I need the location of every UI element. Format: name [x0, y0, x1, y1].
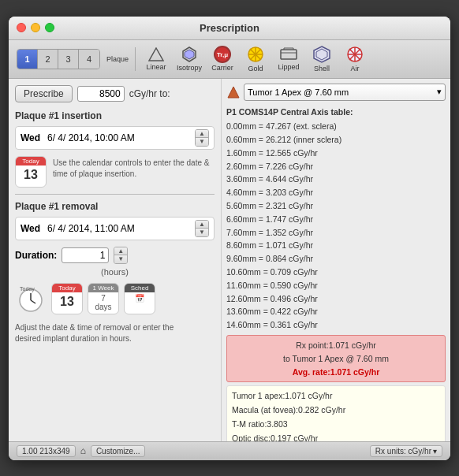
divider: [15, 194, 215, 195]
hours-label: (hours): [15, 267, 215, 277]
svg-marker-2: [185, 50, 194, 59]
home-icon[interactable]: ⌂: [80, 445, 86, 456]
duration-stepper-down[interactable]: ▼: [114, 255, 127, 263]
traffic-lights: [17, 23, 54, 32]
to-target: to Tumor 1 Apex @ 7.60 mm: [232, 352, 440, 366]
tab-3[interactable]: 3: [58, 50, 79, 69]
air-icon-btn[interactable]: Air: [341, 45, 369, 73]
dose-target-label: Tumor 1 Apex @ 7.60 mm: [248, 87, 349, 97]
minimize-button[interactable]: [31, 23, 40, 32]
schedule-icon-header: Sched: [125, 284, 155, 292]
row-0: 0.00mm = 47.267 (ext. sclera): [226, 120, 446, 133]
duration-input[interactable]: [62, 247, 109, 263]
cone-icon: [226, 85, 241, 99]
lipped-label: Lipped: [278, 63, 300, 71]
isotropy-label: Isotropy: [177, 64, 202, 72]
row-11: 10.60mm = 0.709 cGy/hr: [226, 266, 446, 279]
schedule-icon[interactable]: Sched 📅: [124, 283, 155, 314]
row-1: 0.60mm = 26.212 (inner sclera): [226, 133, 446, 147]
removal-info: Adjust the date & time of removal or ent…: [15, 322, 215, 344]
row-12: 11.60mm = 0.590 cGy/hr: [226, 279, 446, 292]
rx-units-arrow: ▾: [433, 447, 437, 456]
linear-label: Linear: [147, 63, 166, 71]
removal-cal-header: Today: [52, 284, 82, 292]
insertion-stepper-down[interactable]: ▼: [196, 138, 208, 146]
insertion-stepper[interactable]: ▲ ▼: [195, 129, 209, 147]
removal-cal-day: 13: [60, 292, 74, 311]
tab-1[interactable]: 1: [17, 50, 38, 69]
row-2: 1.60mm = 12.565 cGy/hr: [226, 147, 446, 160]
row-4: 3.60mm = 4.644 cGy/hr: [226, 173, 446, 186]
dropdown-arrow: ▾: [437, 87, 442, 97]
insertion-cal-header: Today: [16, 157, 46, 165]
window-title: Prescription: [200, 22, 259, 34]
tab-2[interactable]: 2: [38, 50, 58, 69]
removal-datetime-row: Wed 6/ 4/ 2014, 11:00 AM ▲ ▼: [15, 217, 215, 240]
dose-unit-label: cGy/hr to:: [129, 88, 170, 99]
avg-rate: Avg. rate:1.071 cGy/hr: [232, 366, 440, 379]
row-15: 14.60mm = 0.361 cGy/hr: [226, 318, 446, 332]
gold-icon-btn[interactable]: Gold: [241, 45, 270, 73]
prescribe-button[interactable]: Prescribe: [15, 85, 73, 102]
isotropy-icon-btn[interactable]: Isotropy: [175, 45, 203, 73]
row-5: 4.60mm = 3.203 cGy/hr: [226, 186, 446, 199]
insertion-cal-info: Use the calendar controls to enter the d…: [53, 158, 209, 180]
lipped-icon-btn[interactable]: Lipped: [274, 45, 303, 73]
insertion-calendar-icon[interactable]: Today 13: [15, 156, 47, 188]
carrier-icon-btn[interactable]: Tr,μ Carrier: [208, 45, 237, 73]
removal-title: Plaque #1 removal: [15, 201, 215, 212]
toolbar: 1 2 3 4 Plaque Linear Isotropy: [9, 40, 450, 79]
shell-icon-btn[interactable]: Shell: [308, 45, 336, 73]
main-window: Prescription 1 2 3 4 Plaque Linear Isotr: [9, 17, 450, 460]
right-panel: Tumor 1 Apex @ 7.60 mm ▾ P1 COMS14P Cent…: [222, 79, 450, 441]
duration-label: Duration:: [15, 250, 57, 261]
dose-dropdown[interactable]: Tumor 1 Apex @ 7.60 mm ▾: [244, 84, 446, 101]
linear-icon-btn[interactable]: Linear: [142, 45, 170, 73]
customize-button[interactable]: Customize...: [91, 445, 146, 457]
insertion-day: Wed: [21, 132, 43, 143]
close-button[interactable]: [17, 23, 26, 32]
insertion-datetime-row: Wed 6/ 4/ 2014, 10:00 AM ▲ ▼: [15, 126, 215, 150]
removal-datetime: 6/ 4/ 2014, 11:00 AM: [47, 223, 190, 234]
week-label: 1 Week: [88, 284, 118, 292]
highlight-box: Rx point:1.071 cGy/hr to Tumor 1 Apex @ …: [226, 335, 446, 382]
week-icon[interactable]: 1 Week 7days: [88, 283, 119, 314]
left-panel: Prescribe cGy/hr to: Plaque #1 insertion…: [9, 79, 222, 441]
insertion-datetime: 6/ 4/ 2014, 10:00 AM: [47, 132, 190, 143]
prescribe-row: Prescribe cGy/hr to:: [15, 85, 215, 102]
rx-units-dropdown[interactable]: Rx units: cGy/hr ▾: [370, 445, 442, 457]
duration-stepper[interactable]: ▲ ▼: [114, 247, 128, 264]
svg-marker-21: [228, 87, 239, 98]
row-6: 5.60mm = 2.321 cGy/hr: [226, 199, 446, 213]
rx-point: Rx point:1.071 cGy/hr: [232, 339, 440, 352]
summary-box: Tumor 1 apex:1.071 cGy/hr Macula (at fov…: [226, 385, 446, 441]
removal-controls: Today Today 13 1 Week 7days Sched 📅: [15, 283, 215, 318]
removal-calendar-icon[interactable]: Today 13: [51, 283, 83, 314]
insertion-cal-day: 13: [24, 165, 38, 184]
removal-stepper-down[interactable]: ▼: [196, 229, 208, 236]
tm-ratio: T-M ratio:3.803: [232, 418, 440, 432]
dose-table: P1 COMS14P Central Axis table: 0.00mm = …: [226, 106, 446, 333]
row-14: 13.60mm = 0.422 cGy/hr: [226, 305, 446, 318]
table-title: P1 COMS14P Central Axis table:: [226, 106, 446, 119]
removal-stepper-up[interactable]: ▲: [196, 221, 208, 229]
separator: [135, 47, 136, 71]
removal-day: Wed: [21, 223, 43, 234]
duration-row: Duration: ▲ ▼: [15, 247, 215, 264]
content-area: Prescribe cGy/hr to: Plaque #1 insertion…: [9, 79, 450, 441]
tab-4[interactable]: 4: [79, 50, 99, 69]
dimensions-label[interactable]: 1.00 213x349: [17, 445, 76, 457]
row-13: 12.60mm = 0.496 cGy/hr: [226, 292, 446, 306]
dose-input[interactable]: [77, 86, 125, 102]
svg-text:Today: Today: [20, 286, 35, 292]
row-9: 8.60mm = 1.071 cGy/hr: [226, 239, 446, 252]
removal-stepper[interactable]: ▲ ▼: [195, 220, 209, 237]
insertion-stepper-up[interactable]: ▲: [196, 130, 208, 138]
maximize-button[interactable]: [45, 23, 54, 32]
air-label: Air: [351, 65, 360, 73]
dose-selector-row: Tumor 1 Apex @ 7.60 mm ▾: [226, 84, 446, 101]
row-10: 9.60mm = 0.864 cGy/hr: [226, 252, 446, 266]
macula: Macula (at fovea):0.282 cGy/hr: [232, 403, 440, 418]
duration-stepper-up[interactable]: ▲: [114, 247, 127, 255]
shell-label: Shell: [314, 65, 330, 73]
